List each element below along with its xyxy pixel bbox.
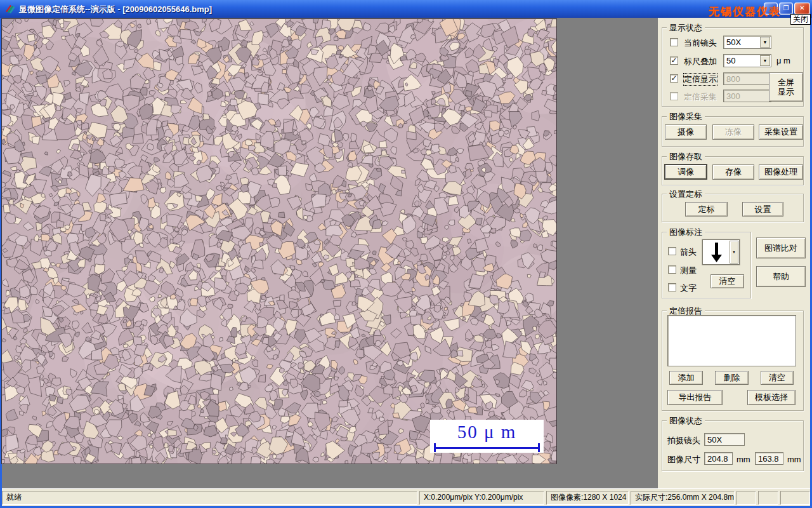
capture-button[interactable]: 摄像 (665, 124, 707, 140)
annotation-clear-button[interactable]: 清空 (710, 274, 744, 288)
close-tooltip: 关闭 (790, 14, 811, 25)
current-lens-checkbox[interactable] (670, 38, 678, 46)
chevron-down-icon[interactable]: ▼ (730, 241, 738, 264)
status-image-pixels: 图像像素:1280 X 1024 (546, 491, 629, 505)
app-icon (4, 3, 15, 14)
status-empty-panel (758, 491, 778, 505)
fullscreen-button[interactable]: 全屏 显示 (769, 72, 803, 102)
calibrate-button[interactable]: 定标 (685, 202, 728, 217)
micrograph-image[interactable] (2, 19, 556, 464)
group-annotation-title: 图像标注 (667, 227, 705, 237)
fixed-capture-field: 300 (723, 90, 771, 102)
scale-overlay-unit: μ m (776, 56, 790, 65)
image-processing-button[interactable]: 图像处理 (759, 164, 803, 180)
restore-icon: ❐ (783, 4, 789, 11)
close-icon: ✕ (799, 4, 804, 11)
report-add-button[interactable]: 添加 (669, 371, 703, 385)
fixed-display-checkbox[interactable]: ✓ (670, 74, 678, 83)
group-storage-title: 图像存取 (667, 152, 705, 161)
fixed-capture-label: 定倍采集 (684, 91, 717, 103)
image-height-field: 163.8 (755, 452, 783, 465)
image-width-field: 204.8 (704, 452, 733, 465)
title-bar: 显微图像定倍系统--演示版 - [20090602055646.bmp] _ ❐… (0, 0, 812, 18)
group-capture-title: 图像采集 (667, 112, 705, 121)
lens-label: 拍摄镜头 (667, 435, 700, 446)
settings-button[interactable]: 设置 (742, 202, 783, 217)
scale-overlay-combobox[interactable]: 50 ▼ (723, 54, 771, 67)
scale-overlay-label: 标尺叠加 (684, 56, 717, 67)
report-clear-button[interactable]: 清空 (761, 371, 794, 385)
fullscreen-button-line1: 全屏 (778, 77, 794, 87)
image-size-label: 图像尺寸 (667, 454, 700, 465)
scale-overlay-checkbox[interactable]: ✓ (670, 57, 678, 65)
text-checkbox-label: 文字 (680, 283, 697, 294)
status-empty-panel (780, 491, 810, 505)
status-actual-size: 实际尺寸:256.0mm X 204.8mm (631, 491, 735, 505)
capture-settings-button[interactable]: 采集设置 (759, 124, 803, 140)
fixed-display-label: 定倍显示 (684, 74, 717, 85)
check-icon: ✓ (671, 74, 677, 83)
scale-bar-line (435, 447, 539, 449)
report-listbox[interactable] (667, 315, 796, 366)
group-report-title: 定倍报告 (667, 306, 705, 316)
scale-bar-tick (538, 443, 540, 452)
arrow-checkbox[interactable] (668, 247, 676, 255)
fullscreen-button-line2: 显示 (778, 87, 794, 97)
arrow-style-combobox[interactable]: ▼ (702, 239, 740, 265)
restore-button[interactable]: ❐ (779, 3, 793, 15)
atlas-compare-button[interactable]: 图谱比对 (756, 237, 806, 258)
chevron-down-icon[interactable]: ▼ (760, 55, 770, 66)
status-bar: 就绪 X:0.200μm/pix Y:0.200μm/pix 图像像素:1280… (2, 488, 810, 506)
status-empty-panel (737, 491, 756, 505)
text-checkbox[interactable] (668, 283, 676, 291)
load-image-button[interactable]: 调像 (664, 164, 707, 180)
freeze-button: 冻像 (712, 124, 754, 140)
template-select-button[interactable]: 模板选择 (747, 390, 796, 405)
scale-bar-overlay: 50 μ m (430, 420, 544, 453)
current-lens-label: 当前镜头 (684, 37, 717, 49)
measure-checkbox[interactable] (668, 265, 676, 274)
current-lens-combobox[interactable]: 50X ▼ (723, 36, 771, 49)
save-image-button[interactable]: 存像 (712, 164, 754, 180)
window-title: 显微图像定倍系统--演示版 - [20090602055646.bmp] (19, 4, 212, 15)
scale-bar-label: 50 μ m (430, 420, 544, 444)
minimize-button[interactable]: _ (764, 3, 778, 15)
close-button[interactable]: ✕ (794, 3, 810, 15)
scale-bar-tick (434, 443, 436, 452)
status-ready: 就绪 (2, 491, 417, 505)
arrow-style-icon (710, 242, 724, 263)
minimize-icon: _ (769, 4, 773, 11)
lens-field: 50X (704, 433, 745, 446)
export-report-button[interactable]: 导出报告 (667, 390, 723, 405)
group-calibration-title: 设置定标 (667, 189, 705, 199)
help-button[interactable]: 帮助 (756, 266, 806, 287)
check-icon: ✓ (671, 56, 677, 65)
group-image-status-title: 图像状态 (667, 416, 705, 425)
status-pixel-scale: X:0.200μm/pix Y:0.200μm/pix (419, 491, 544, 505)
measure-checkbox-label: 测量 (680, 265, 697, 276)
arrow-checkbox-label: 箭头 (680, 246, 697, 258)
fixed-capture-checkbox (670, 92, 678, 100)
fixed-display-field: 800 (723, 72, 771, 85)
image-height-unit: mm (787, 455, 801, 464)
group-display-status-title: 显示状态 (667, 23, 705, 32)
image-width-unit: mm (737, 455, 750, 464)
chevron-down-icon[interactable]: ▼ (760, 37, 770, 48)
report-delete-button[interactable]: 删除 (715, 371, 749, 385)
